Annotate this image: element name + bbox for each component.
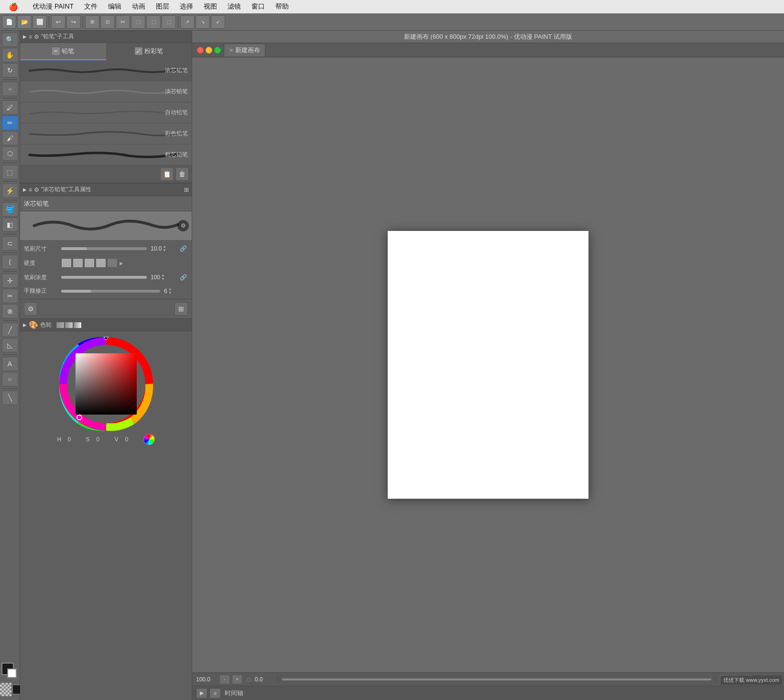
pencil-tool[interactable]: ✏ xyxy=(2,116,18,130)
gradient-tool[interactable]: ◧ xyxy=(2,218,18,232)
ruler-button[interactable]: ⬚ xyxy=(162,15,176,29)
speech-bubble-tool[interactable]: ○ xyxy=(2,372,18,386)
ruler-draw-tool[interactable]: ◺ xyxy=(2,338,18,352)
window-minimize-button[interactable] xyxy=(206,47,212,54)
brush-item-color[interactable]: 彩色铅笔 xyxy=(20,123,192,144)
magic-wand-tool[interactable]: ⚡ xyxy=(2,184,18,198)
panel-collapse-icon[interactable]: ▶ xyxy=(23,34,27,39)
deselect-button[interactable]: ⊡ xyxy=(100,15,115,29)
zoom-fit-button[interactable]: ⬚ xyxy=(244,675,253,684)
line-tool[interactable]: ╱ xyxy=(2,323,18,337)
hardness-box-2[interactable] xyxy=(73,258,83,268)
canvas-viewport[interactable] xyxy=(192,57,784,672)
rotate-tool[interactable]: ↻ xyxy=(2,63,18,77)
transparent-swatch[interactable] xyxy=(0,683,11,696)
canvas-button[interactable]: ⬜ xyxy=(33,15,47,29)
apple-menu[interactable]: 🍎 xyxy=(4,1,23,13)
smudge-tool[interactable]: ⟨ xyxy=(2,255,18,269)
menu-select[interactable]: 选择 xyxy=(175,1,198,12)
zoom-out-button[interactable]: - xyxy=(219,675,230,684)
new-brush-button[interactable]: 📋 xyxy=(160,167,174,181)
color-bar-icon-1[interactable] xyxy=(56,322,64,328)
timeline-menu-button[interactable]: ≡ xyxy=(209,688,221,699)
color-wheel-svg[interactable] xyxy=(58,336,154,432)
menu-layer[interactable]: 图层 xyxy=(151,1,174,12)
canvas-tab-new[interactable]: ✕ 新建画布 xyxy=(224,44,265,56)
brush-item-auto[interactable]: 自动铅笔 xyxy=(20,102,192,123)
zoom-tool[interactable]: 🔍 xyxy=(2,33,18,47)
text-tool[interactable]: A xyxy=(2,357,18,371)
brush-preview-settings-button[interactable]: ⚙ xyxy=(177,220,189,231)
transform-button[interactable]: ✂ xyxy=(116,15,130,29)
window-maximize-button[interactable] xyxy=(214,47,221,54)
pen-tool[interactable]: 🖊 xyxy=(2,100,18,115)
cut-tool[interactable]: ✂ xyxy=(2,289,18,303)
size-down-button[interactable]: ▼ xyxy=(163,249,166,252)
undo-button[interactable]: ↩ xyxy=(51,15,65,29)
hardness-box-4[interactable] xyxy=(96,258,106,268)
color-wheel-container[interactable] xyxy=(58,336,154,432)
move-tool[interactable]: ✛ xyxy=(2,273,18,288)
props-settings-icon[interactable]: ⚙ xyxy=(34,186,39,193)
canvas-area[interactable] xyxy=(388,231,588,499)
stabilizer-slider[interactable] xyxy=(61,290,160,293)
opacity-slider[interactable] xyxy=(61,276,147,279)
brush-size-slider[interactable] xyxy=(61,247,147,250)
select-all-button[interactable]: ⊞ xyxy=(85,15,99,29)
brush-item-thick[interactable]: 粗芯铅笔 xyxy=(20,144,192,165)
line-art-tool[interactable]: ╲ xyxy=(2,391,18,405)
zoom-in-button[interactable]: + xyxy=(232,675,242,684)
brush-size-link-icon[interactable]: 🔗 xyxy=(178,244,188,253)
color-palette-button[interactable] xyxy=(143,434,155,445)
menu-animation[interactable]: 动画 xyxy=(127,1,150,12)
menu-view[interactable]: 视图 xyxy=(199,1,222,12)
pastel-tab[interactable]: 🖍 粉彩笔 xyxy=(106,43,192,60)
menu-edit[interactable]: 编辑 xyxy=(103,1,126,12)
color-bar-icon-2[interactable] xyxy=(65,322,73,328)
bottom-scroll-slider[interactable] xyxy=(282,678,711,680)
crop-button[interactable]: ⬚ xyxy=(146,15,161,29)
blend-tool[interactable]: ⊂ xyxy=(2,236,18,251)
color-bar-icon-3[interactable] xyxy=(74,322,81,328)
brush-tool[interactable]: 🖌 xyxy=(2,131,18,145)
hardness-expand-arrow[interactable]: ▶ xyxy=(120,261,123,266)
hardness-box-5[interactable] xyxy=(107,258,118,268)
select-tool[interactable]: ⬚ xyxy=(2,165,18,179)
open-file-button[interactable]: 📂 xyxy=(17,15,32,29)
menu-file[interactable]: 文件 xyxy=(79,1,102,12)
menu-help[interactable]: 帮助 xyxy=(271,1,294,12)
menu-app[interactable]: 优动漫 PAINT xyxy=(28,1,78,12)
hardness-box-1[interactable] xyxy=(61,258,72,268)
eraser-tool[interactable]: ⬡ xyxy=(2,146,18,161)
redo-button[interactable]: ↪ xyxy=(66,15,81,29)
panel-settings-icon[interactable]: ⚙ xyxy=(34,33,39,40)
fill-tool[interactable]: 🪣 xyxy=(2,202,18,217)
pen-pressure-button[interactable]: ↗ xyxy=(180,15,195,29)
menu-filter[interactable]: 滤镜 xyxy=(223,1,246,12)
settings-expand-all-button[interactable]: ⊞ xyxy=(174,302,188,316)
new-file-button[interactable]: 📄 xyxy=(2,15,16,29)
color-panel-collapse-icon[interactable]: ▶ xyxy=(23,322,27,328)
opacity-spinner[interactable]: ▲ ▼ xyxy=(161,273,165,281)
opacity-down-button[interactable]: ▼ xyxy=(161,277,165,281)
panel-menu-icon[interactable]: ≡ xyxy=(29,33,32,40)
color-wheel-icon[interactable]: 🎨 xyxy=(29,320,38,329)
light-table-tool[interactable]: ⊹ xyxy=(2,82,18,96)
layer-move-tool[interactable]: ⊗ xyxy=(2,304,18,318)
rotation-button[interactable]: ↙ xyxy=(211,15,225,29)
props-menu-icon[interactable]: ≡ xyxy=(29,186,32,193)
tab-close-icon[interactable]: ✕ xyxy=(229,47,233,54)
stabilizer-down-button[interactable]: ▼ xyxy=(168,291,172,295)
pencil-tab[interactable]: ✏ 铅笔 xyxy=(20,43,106,60)
delete-brush-button[interactable]: 🗑 xyxy=(175,167,189,181)
opacity-link-icon[interactable]: 🔗 xyxy=(178,273,188,282)
s-value[interactable]: 0 xyxy=(97,436,111,443)
lasso-button[interactable]: ⬚ xyxy=(131,15,145,29)
hand-tool[interactable]: ✋ xyxy=(2,48,18,62)
props-collapse-icon[interactable]: ▶ xyxy=(23,187,27,192)
stabilizer-spinner[interactable]: ▲ ▼ xyxy=(168,287,172,295)
brush-size-spinner[interactable]: ▲ ▼ xyxy=(163,245,166,252)
h-value[interactable]: 0 xyxy=(68,436,82,443)
window-close-button[interactable] xyxy=(197,47,204,54)
props-expand-icon[interactable]: ⊞ xyxy=(184,186,189,193)
